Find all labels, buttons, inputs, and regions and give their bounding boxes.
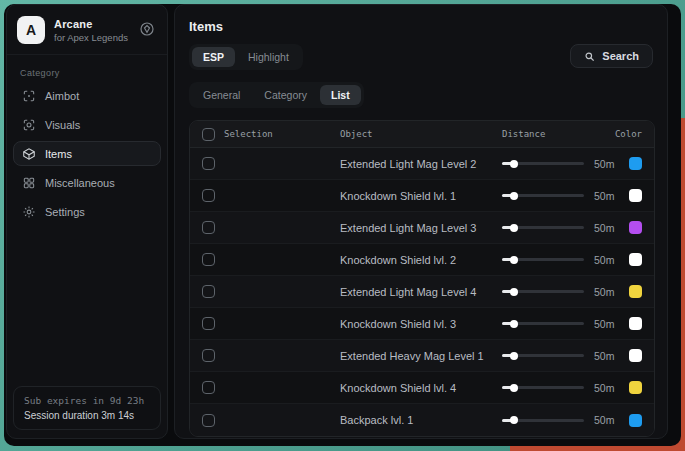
slider-thumb[interactable] [510,256,518,264]
table-row: Knockdown Shield lvl. 4 50m [190,372,654,404]
distance-slider[interactable] [502,258,584,261]
object-name: Backpack lvl. 1 [340,414,502,426]
slider-thumb[interactable] [510,416,518,424]
table-row: Knockdown Shield lvl. 2 50m [190,244,654,276]
sidebar-item-items[interactable]: Items [13,141,161,166]
distance-value: 50m [594,350,614,362]
col-color: Color [615,129,642,139]
object-name: Knockdown Shield lvl. 3 [340,318,502,330]
app-title-block: Arcane for Apex Legends [54,18,128,43]
row-checkbox[interactable] [202,221,215,234]
object-name: Extended Heavy Mag Level 1 [340,350,502,362]
table-row: Knockdown Shield lvl. 1 50m [190,180,654,212]
tab-highlight[interactable]: Highlight [237,47,300,67]
sidebar-item-label: Aimbot [45,90,79,102]
col-distance: Distance [502,129,616,139]
row-checkbox[interactable] [202,381,215,394]
distance-slider[interactable] [502,354,584,357]
slider-thumb[interactable] [510,320,518,328]
app-name: Arcane [54,18,128,30]
slider-thumb[interactable] [510,160,518,168]
app-subtitle: for Apex Legends [54,32,128,43]
sidebar-item-aimbot[interactable]: Aimbot [13,83,161,108]
search-button[interactable]: Search [570,44,653,68]
sidebar-section-label: Category [20,68,167,78]
object-name: Extended Light Mag Level 2 [340,158,502,170]
row-checkbox[interactable] [202,189,215,202]
row-checkbox[interactable] [202,317,215,330]
scan-icon [22,118,36,132]
distance-slider[interactable] [502,226,584,229]
distance-value: 50m [594,318,614,330]
slider-thumb[interactable] [510,384,518,392]
row-checkbox[interactable] [202,349,215,362]
object-name: Extended Light Mag Level 3 [340,222,502,234]
color-swatch[interactable] [629,414,642,427]
color-swatch[interactable] [629,221,642,234]
gem-icon[interactable] [139,21,157,39]
row-checkbox[interactable] [202,414,215,427]
slider-thumb[interactable] [510,192,518,200]
crosshair-icon [22,89,36,103]
distance-slider[interactable] [502,419,584,422]
tab-category[interactable]: Category [253,85,318,105]
selection-header-cell: Selection [202,128,340,141]
table-row: Extended Light Mag Level 2 50m [190,148,654,180]
object-name: Knockdown Shield lvl. 4 [340,382,502,394]
distance-slider[interactable] [502,386,584,389]
sidebar-item-label: Items [45,148,72,160]
sidebar-header: A Arcane for Apex Legends [7,5,167,55]
items-table: Selection Object Distance Color Extended… [189,120,655,437]
page-title: Items [175,5,667,34]
color-swatch[interactable] [629,285,642,298]
sidebar-item-label: Miscellaneous [45,177,115,189]
table-row: Extended Light Mag Level 3 50m [190,212,654,244]
color-swatch[interactable] [629,317,642,330]
slider-thumb[interactable] [510,288,518,296]
sub-expiry-text: Sub expires in 9d 23h [24,395,150,406]
color-swatch[interactable] [629,189,642,202]
sidebar-item-label: Visuals [45,119,80,131]
table-header: Selection Object Distance Color [190,121,654,148]
distance-value: 50m [594,382,614,394]
object-name: Knockdown Shield lvl. 1 [340,190,502,202]
slider-thumb[interactable] [510,352,518,360]
color-swatch[interactable] [629,157,642,170]
table-row: Knockdown Shield lvl. 3 50m [190,308,654,340]
slider-thumb[interactable] [510,224,518,232]
search-label: Search [602,50,639,62]
table-row: Extended Heavy Mag Level 1 50m [190,340,654,372]
distance-value: 50m [594,286,614,298]
sidebar-nav: Aimbot Visuals Items Miscellaneous Setti… [7,83,167,224]
row-checkbox[interactable] [202,157,215,170]
tab-list[interactable]: List [320,85,361,105]
distance-slider[interactable] [502,290,584,293]
color-swatch[interactable] [629,349,642,362]
session-info-box: Sub expires in 9d 23h Session duration 3… [13,386,161,430]
table-body: Extended Light Mag Level 2 50m Knockdown… [190,148,654,436]
color-swatch[interactable] [629,253,642,266]
view-tabs-row: GeneralCategoryList [189,82,653,108]
sidebar-item-label: Settings [45,206,85,218]
distance-slider[interactable] [502,322,584,325]
select-all-checkbox[interactable] [202,128,215,141]
sidebar-item-visuals[interactable]: Visuals [13,112,161,137]
grid-icon [22,176,36,190]
tab-esp[interactable]: ESP [192,47,235,67]
row-checkbox[interactable] [202,253,215,266]
distance-value: 50m [594,222,614,234]
distance-value: 50m [594,158,614,170]
distance-slider[interactable] [502,162,584,165]
color-swatch[interactable] [629,381,642,394]
view-tabs: GeneralCategoryList [189,82,364,108]
main-panel: Items ESPHighlight Search GeneralCategor… [174,4,668,439]
session-duration-text: Session duration 3m 14s [24,410,150,421]
tab-general[interactable]: General [192,85,251,105]
sidebar: A Arcane for Apex Legends Category Aimbo… [6,4,168,439]
gear-icon [22,205,36,219]
distance-slider[interactable] [502,194,584,197]
sidebar-item-miscellaneous[interactable]: Miscellaneous [13,170,161,195]
row-checkbox[interactable] [202,285,215,298]
sidebar-item-settings[interactable]: Settings [13,199,161,224]
col-object: Object [340,129,502,139]
